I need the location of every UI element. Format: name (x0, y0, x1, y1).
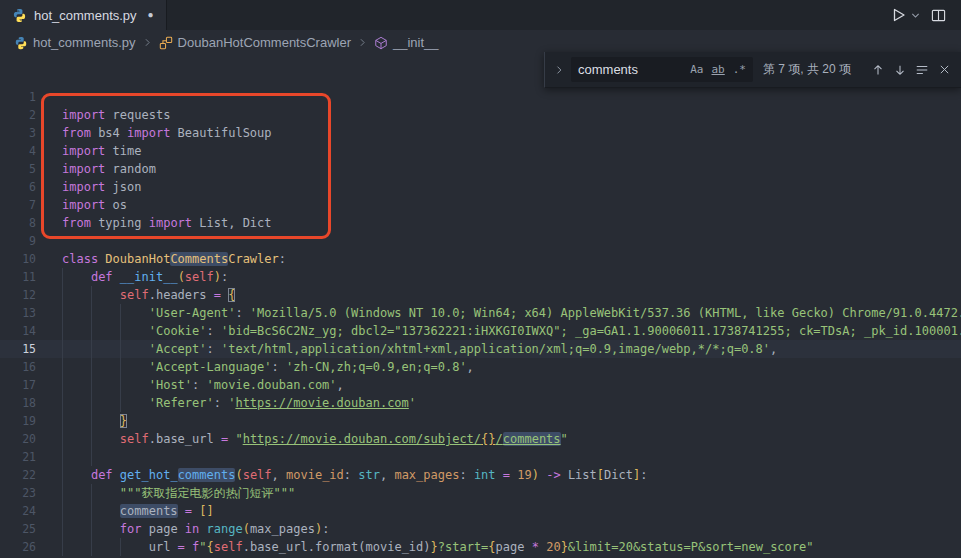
line-number[interactable]: 2 (0, 106, 36, 124)
class-icon (159, 36, 173, 50)
code-text (36, 88, 961, 106)
code-line[interactable]: 18 'Referer': 'https://movie.douban.com' (0, 394, 961, 412)
line-number[interactable]: 4 (0, 142, 36, 160)
regex-toggle[interactable]: .* (731, 62, 748, 77)
line-number[interactable]: 21 (0, 448, 36, 466)
code-line[interactable]: 11 def __init__(self): (0, 268, 961, 286)
code-text: import random (36, 160, 961, 178)
line-number[interactable]: 20 (0, 430, 36, 448)
line-number[interactable]: 6 (0, 178, 36, 196)
code-text: from bs4 import BeautifulSoup (36, 124, 961, 142)
line-number[interactable]: 26 (0, 538, 36, 556)
find-input[interactable]: comments Aa ab .* (571, 57, 753, 82)
find-widget: comments Aa ab .* 第 7 项, 共 20 项 (544, 52, 961, 88)
tab-hot-comments[interactable]: hot_comments.py ● (0, 0, 167, 30)
close-find-button[interactable] (933, 59, 955, 81)
code-line[interactable]: 21 (0, 448, 961, 466)
modified-dot[interactable]: ● (148, 10, 154, 20)
code-line[interactable]: 5import random (0, 160, 961, 178)
chevron-right-icon (141, 36, 154, 49)
code-text: class DoubanHotCommentsCrawler: (36, 250, 961, 268)
code-line[interactable]: 22 def get_hot_comments(self, movie_id: … (0, 466, 961, 484)
code-text: import time (36, 142, 961, 160)
code-line[interactable]: 26 url = f"{self.base_url.format(movie_i… (0, 538, 961, 556)
line-number[interactable]: 24 (0, 502, 36, 520)
line-number[interactable]: 5 (0, 160, 36, 178)
line-number[interactable]: 8 (0, 214, 36, 232)
match-case-toggle[interactable]: Aa (688, 62, 705, 77)
code-text: from typing import List, Dict (36, 214, 961, 232)
line-number[interactable]: 18 (0, 394, 36, 412)
expand-replace-button[interactable] (551, 59, 567, 81)
code-line[interactable]: 25 for page in range(max_pages): (0, 520, 961, 538)
split-editor-icon (931, 8, 946, 23)
arrow-down-icon (893, 63, 907, 77)
code-text: url = f"{self.base_url.format(movie_id)}… (36, 538, 961, 556)
line-number[interactable]: 1 (0, 88, 36, 106)
vscode-window: hot_comments.py ● hot_comments.py (0, 0, 961, 558)
line-number[interactable]: 12 (0, 286, 36, 304)
code-line[interactable]: 13 'User-Agent': 'Mozilla/5.0 (Windows N… (0, 304, 961, 322)
run-icon (890, 7, 906, 23)
find-in-selection-button[interactable] (911, 59, 933, 81)
whole-word-toggle[interactable]: ab (710, 62, 727, 77)
breadcrumb-file[interactable]: hot_comments.py (14, 35, 136, 50)
code-line[interactable]: 24 comments = [] (0, 502, 961, 520)
line-number[interactable]: 10 (0, 250, 36, 268)
line-number[interactable]: 3 (0, 124, 36, 142)
line-number[interactable]: 15 (0, 340, 36, 358)
editor: 12import requests3from bs4 import Beauti… (0, 55, 961, 558)
code-line[interactable]: 20 self.base_url = "https://movie.douban… (0, 430, 961, 448)
code-line[interactable]: 2import requests (0, 106, 961, 124)
split-editor-button[interactable] (927, 4, 949, 26)
code-line[interactable]: 9 (0, 232, 961, 250)
find-query[interactable]: comments (571, 62, 688, 77)
line-number[interactable]: 22 (0, 466, 36, 484)
line-number[interactable]: 23 (0, 484, 36, 502)
code-line[interactable]: 7import os (0, 196, 961, 214)
python-icon (12, 8, 27, 23)
code-line[interactable]: 8from typing import List, Dict (0, 214, 961, 232)
chevron-right-icon (553, 64, 565, 76)
code-text: self.base_url = "https://movie.douban.co… (36, 430, 961, 448)
breadcrumb-class[interactable]: DoubanHotCommentsCrawler (159, 35, 351, 50)
breadcrumb-method-label: __init__ (393, 35, 439, 50)
code-line[interactable]: 10class DoubanHotCommentsCrawler: (0, 250, 961, 268)
code-line[interactable]: 23 """获取指定电影的热门短评""" (0, 484, 961, 502)
line-number[interactable]: 7 (0, 196, 36, 214)
code-text: } (36, 412, 961, 430)
code-text: self.headers = { (36, 286, 961, 304)
close-icon (938, 63, 951, 76)
code-line[interactable]: 19 } (0, 412, 961, 430)
run-dropdown-button[interactable] (909, 4, 921, 26)
line-number[interactable]: 25 (0, 520, 36, 538)
code-line[interactable]: 17 'Host': 'movie.douban.com', (0, 376, 961, 394)
line-number[interactable]: 16 (0, 358, 36, 376)
chevron-down-icon (910, 10, 921, 21)
arrow-up-icon (871, 63, 885, 77)
code-line[interactable]: 4import time (0, 142, 961, 160)
previous-match-button[interactable] (867, 59, 889, 81)
chevron-right-icon (356, 36, 369, 49)
code-text: comments = [] (36, 502, 961, 520)
code-line[interactable]: 1 (0, 88, 961, 106)
next-match-button[interactable] (889, 59, 911, 81)
code-line[interactable]: 6import json (0, 178, 961, 196)
line-number[interactable]: 13 (0, 304, 36, 322)
line-number[interactable]: 11 (0, 268, 36, 286)
line-number[interactable]: 9 (0, 232, 36, 250)
run-button[interactable] (887, 4, 909, 26)
code-line[interactable]: 15 'Accept': 'text/html,application/xhtm… (0, 340, 961, 358)
line-number[interactable]: 19 (0, 412, 36, 430)
line-number[interactable]: 14 (0, 322, 36, 340)
code-line[interactable]: 14 'Cookie': 'bid=BcS6C2Nz_yg; dbcl2="13… (0, 322, 961, 340)
code-line[interactable]: 12 self.headers = { (0, 286, 961, 304)
breadcrumb-method[interactable]: __init__ (374, 35, 439, 50)
code-line[interactable]: 16 'Accept-Language': 'zh-CN,zh;q=0.9,en… (0, 358, 961, 376)
editor-actions (887, 0, 961, 30)
code-line[interactable]: 3from bs4 import BeautifulSoup (0, 124, 961, 142)
match-count: 第 7 项, 共 20 项 (763, 61, 851, 78)
code-text: 'User-Agent': 'Mozilla/5.0 (Windows NT 1… (36, 304, 961, 322)
python-icon (14, 36, 28, 50)
line-number[interactable]: 17 (0, 376, 36, 394)
